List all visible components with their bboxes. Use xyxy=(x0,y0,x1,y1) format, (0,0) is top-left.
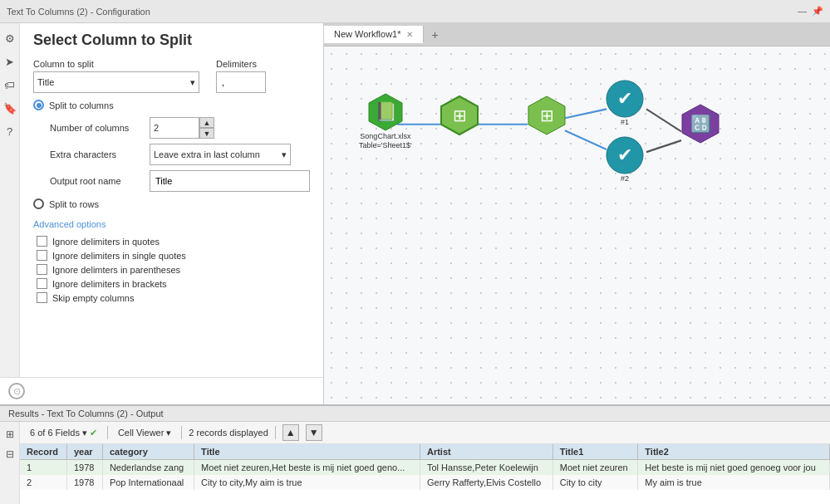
fields-label: 6 of 6 Fields xyxy=(30,428,80,438)
num-columns-spinner[interactable]: ▲ ▼ xyxy=(199,117,214,139)
split-to-rows-radio[interactable]: Split to rows xyxy=(33,198,310,209)
fields-check-icon[interactable]: ✔ xyxy=(90,428,97,438)
output-node[interactable]: 🔠 xyxy=(680,103,721,144)
svg-line-5 xyxy=(646,140,681,152)
checkbox-quotes-label: Ignore delimiters in quotes xyxy=(52,237,160,247)
extra-chars-select[interactable]: Leave extra in last column ▾ xyxy=(150,144,291,165)
cell-viewer-selector[interactable]: Cell Viewer ▾ xyxy=(115,426,174,440)
svg-text:📗: 📗 xyxy=(374,100,397,123)
split-to-columns-radio[interactable]: Split to columns xyxy=(33,100,310,110)
column-split-label: Column to split xyxy=(33,59,199,69)
excel-node[interactable]: 📗 SongChart.xlsxTable='Sheet1$' xyxy=(359,92,412,150)
svg-line-2 xyxy=(565,109,607,118)
cell-title-2: City to city,My aim is true xyxy=(194,475,420,490)
col-category: category xyxy=(102,444,194,460)
split-columns-label: Split to columns xyxy=(49,100,114,110)
spin-down[interactable]: ▼ xyxy=(199,128,214,139)
extra-chars-label: Extra characters xyxy=(50,149,141,159)
toolbar-divider-1 xyxy=(107,426,108,439)
output-root-input[interactable] xyxy=(150,170,310,192)
svg-text:🔠: 🔠 xyxy=(690,114,711,134)
col-year: year xyxy=(66,444,102,460)
output-shape: 🔠 xyxy=(680,103,721,144)
pin-icon[interactable]: 📌 xyxy=(812,6,823,17)
output-root-label: Output root name xyxy=(50,176,141,186)
scroll-up-btn[interactable]: ▲ xyxy=(282,424,299,441)
table-header-row: Record year category Title Artist Title1… xyxy=(20,444,830,460)
cell-title2-1: Het beste is mij niet goed genoeg voor j… xyxy=(638,460,830,476)
bottom-icon-2[interactable]: ⊟ xyxy=(2,447,17,462)
results-table-container: Record year category Title Artist Title1… xyxy=(20,444,830,504)
split-rows-circle[interactable] xyxy=(33,198,44,209)
help-icon[interactable]: ? xyxy=(2,123,18,139)
fields-selector[interactable]: 6 of 6 Fields ▾ ✔ xyxy=(27,426,101,440)
checkbox-parentheses-box[interactable] xyxy=(37,264,47,275)
svg-text:✔: ✔ xyxy=(617,144,632,165)
cell-category-2: Pop Internationaal xyxy=(102,475,194,490)
spin-up[interactable]: ▲ xyxy=(199,117,214,128)
bottom-panel: Results - Text To Columns (2) - Output ⊞… xyxy=(0,404,830,504)
results-table: Record year category Title Artist Title1… xyxy=(20,444,830,490)
output-root-row: Output root name xyxy=(50,170,310,192)
num-columns-label: Number of columns xyxy=(50,123,141,133)
bottom-toolbar: 6 of 6 Fields ▾ ✔ Cell Viewer ▾ 2 record… xyxy=(20,422,830,444)
tab-label: New Workflow1* xyxy=(334,29,401,39)
checkbox-single-quotes[interactable]: Ignore delimiters in single quotes xyxy=(37,250,310,261)
tab-bar: New Workflow1* ✕ + xyxy=(324,23,830,46)
cell-year-2: 1978 xyxy=(66,475,102,490)
advanced-options-label: Advanced options xyxy=(33,219,310,229)
col-title: Title xyxy=(194,444,420,460)
text-split1-shape: ⊞ xyxy=(439,95,480,136)
tab-add-button[interactable]: + xyxy=(424,25,447,45)
excel-node-shape: 📗 xyxy=(366,92,405,132)
split-columns-circle[interactable] xyxy=(33,100,44,110)
delimiter-input[interactable] xyxy=(216,71,266,93)
cell-viewer-label: Cell Viewer xyxy=(118,428,164,438)
checkbox-empty-cols-box[interactable] xyxy=(37,292,47,303)
col-record: Record xyxy=(20,444,66,460)
cell-title-1: Moet niet zeuren,Het beste is mij niet g… xyxy=(194,460,420,476)
scroll-down-btn[interactable]: ▼ xyxy=(306,424,322,441)
bottom-circle-icon[interactable]: ⊙ xyxy=(8,383,25,399)
excel-node-label: SongChart.xlsxTable='Sheet1$' xyxy=(359,132,412,150)
panel-heading: Select Column to Split xyxy=(33,32,310,49)
num-columns-input[interactable]: 2 xyxy=(150,117,199,139)
checkbox-quotes[interactable]: Ignore delimiters in quotes xyxy=(37,236,310,247)
check2-node[interactable]: ✔ #2 xyxy=(606,136,644,183)
svg-line-3 xyxy=(565,130,607,149)
svg-text:⊞: ⊞ xyxy=(453,106,467,125)
tab-new-workflow[interactable]: New Workflow1* ✕ xyxy=(324,26,424,43)
checkbox-parentheses[interactable]: Ignore delimters in parentheses xyxy=(37,264,310,275)
records-label: 2 records displayed xyxy=(189,428,268,438)
column-split-select[interactable]: Title ▾ xyxy=(33,71,199,93)
extra-chars-row: Extra characters Leave extra in last col… xyxy=(50,144,310,165)
bottom-icon-1[interactable]: ⊞ xyxy=(2,427,17,442)
table-row: 2 1978 Pop Internationaal City to city,M… xyxy=(20,475,830,490)
arrow-icon[interactable]: ➤ xyxy=(2,53,18,70)
toolbar-divider-3 xyxy=(275,426,276,439)
text-split1-node[interactable]: ⊞ xyxy=(439,95,480,136)
checkbox-brackets-label: Ignore delimiters in brackets xyxy=(52,279,167,289)
tag-icon[interactable]: 🏷 xyxy=(2,76,18,93)
toolbar-divider-2 xyxy=(181,426,182,439)
cell-title1-1: Moet niet zeuren xyxy=(553,460,638,476)
minimize-icon[interactable]: — xyxy=(798,6,807,17)
config-panel: ⚙ ➤ 🏷 🔖 ? Select Column to Split Column … xyxy=(0,23,324,404)
checkbox-quotes-box[interactable] xyxy=(37,236,47,247)
col-artist: Artist xyxy=(420,444,553,460)
check1-node[interactable]: ✔ #1 xyxy=(606,80,644,127)
svg-text:✔: ✔ xyxy=(617,88,632,109)
checkbox-parentheses-label: Ignore delimters in parentheses xyxy=(52,265,180,275)
checkbox-empty-cols[interactable]: Skip empty columns xyxy=(37,292,310,303)
checkbox-brackets-box[interactable] xyxy=(37,278,47,289)
settings-icon[interactable]: ⚙ xyxy=(2,30,18,46)
bottom-left-icons: ⊞ ⊟ xyxy=(0,422,20,504)
sidebar-icons: ⚙ ➤ 🏷 🔖 ? xyxy=(0,23,20,377)
bookmark-icon[interactable]: 🔖 xyxy=(2,100,18,116)
workflow-canvas: 📗 SongChart.xlsxTable='Sheet1$' ⊞ ⊞ xyxy=(324,46,830,404)
tab-close-icon[interactable]: ✕ xyxy=(406,30,413,39)
checkbox-single-quotes-box[interactable] xyxy=(37,250,47,261)
advanced-checkboxes: Ignore delimiters in quotes Ignore delim… xyxy=(37,236,310,303)
checkbox-brackets[interactable]: Ignore delimiters in brackets xyxy=(37,278,310,289)
text-split2-node[interactable]: ⊞ xyxy=(526,95,567,136)
